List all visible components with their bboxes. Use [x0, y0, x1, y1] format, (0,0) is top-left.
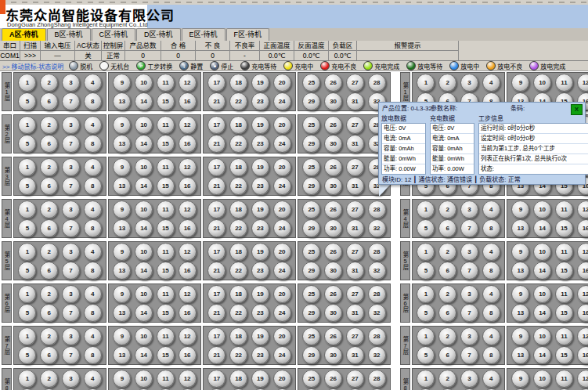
cell-button[interactable]: 18: [229, 200, 247, 218]
cell-button[interactable]: 25: [302, 243, 320, 261]
cell-button[interactable]: 8: [84, 135, 102, 153]
cell-button[interactable]: 26: [324, 158, 342, 176]
cell-button[interactable]: 1: [417, 285, 435, 303]
cell-button[interactable]: 9: [511, 74, 529, 92]
cell-button[interactable]: 4: [482, 243, 500, 261]
cell-button[interactable]: 3: [460, 285, 478, 303]
cell-button[interactable]: 16: [179, 92, 197, 110]
cell-button[interactable]: 14: [135, 92, 153, 110]
cell-button[interactable]: 23: [251, 177, 269, 195]
cell-button[interactable]: 17: [207, 116, 225, 134]
cell-button[interactable]: 10: [135, 74, 153, 92]
cell-button[interactable]: 9: [113, 285, 131, 303]
cell-button[interactable]: 2: [40, 285, 58, 303]
cell-button[interactable]: 14: [135, 177, 153, 195]
cell-button[interactable]: 21: [207, 304, 225, 322]
cell-button[interactable]: 10: [135, 370, 153, 388]
cell-button[interactable]: 32: [368, 219, 386, 237]
cell-button[interactable]: 16: [179, 177, 197, 195]
cell-button[interactable]: 20: [273, 370, 291, 388]
cell-button[interactable]: 17: [207, 158, 225, 176]
cell-button[interactable]: 26: [324, 116, 342, 134]
cell-button[interactable]: 15: [157, 92, 175, 110]
cell-button[interactable]: 4: [482, 370, 500, 388]
cell-button[interactable]: 2: [40, 74, 58, 92]
cell-button[interactable]: 31: [346, 92, 364, 110]
cell-button[interactable]: 16: [179, 346, 197, 364]
cell-button[interactable]: 24: [273, 92, 291, 110]
cell-button[interactable]: 6: [438, 262, 456, 280]
cell-button[interactable]: 25: [302, 200, 320, 218]
cell-button[interactable]: 5: [18, 135, 36, 153]
cell-button[interactable]: 23: [251, 219, 269, 237]
cell-button[interactable]: 27: [346, 158, 364, 176]
cell-button[interactable]: 31: [346, 304, 364, 322]
cell-button[interactable]: 30: [324, 304, 342, 322]
cell-button[interactable]: 30: [324, 177, 342, 195]
cell-button[interactable]: 4: [482, 200, 500, 218]
cell-button[interactable]: 31: [346, 219, 364, 237]
cell-button[interactable]: 13: [113, 262, 131, 280]
cell-button[interactable]: 1: [18, 200, 36, 218]
cell-button[interactable]: 11: [157, 158, 175, 176]
cell-button[interactable]: 26: [324, 327, 342, 345]
cell-button[interactable]: 20: [273, 158, 291, 176]
cell-button[interactable]: 6: [438, 346, 456, 364]
cell-button[interactable]: 10: [533, 370, 551, 388]
cell-button[interactable]: 11: [555, 285, 573, 303]
cell-button[interactable]: 5: [18, 262, 36, 280]
cell-button[interactable]: 13: [113, 92, 131, 110]
cell-button[interactable]: 16: [577, 219, 588, 237]
cell-button[interactable]: 29: [302, 304, 320, 322]
cell-button[interactable]: 17: [207, 243, 225, 261]
cell-button[interactable]: 18: [229, 370, 247, 388]
cell-button[interactable]: 1: [18, 74, 36, 92]
cell-button[interactable]: 29: [302, 92, 320, 110]
cell-button[interactable]: 24: [273, 219, 291, 237]
cell-button[interactable]: 4: [84, 327, 102, 345]
cell-button[interactable]: 8: [482, 346, 500, 364]
cell-button[interactable]: 6: [40, 346, 58, 364]
cell-button[interactable]: 32: [368, 346, 386, 364]
cell-button[interactable]: 2: [40, 116, 58, 134]
cell-button[interactable]: 5: [417, 262, 435, 280]
cell-button[interactable]: 11: [157, 243, 175, 261]
cell-button[interactable]: 23: [251, 92, 269, 110]
cell-button[interactable]: 15: [157, 262, 175, 280]
cell-button[interactable]: 29: [302, 219, 320, 237]
cell-button[interactable]: 12: [179, 74, 197, 92]
cell-button[interactable]: 30: [324, 135, 342, 153]
cell-button[interactable]: 30: [324, 262, 342, 280]
cell-button[interactable]: 24: [273, 262, 291, 280]
cell-button[interactable]: 17: [207, 370, 225, 388]
cell-button[interactable]: 4: [84, 116, 102, 134]
cell-button[interactable]: 16: [179, 304, 197, 322]
cell-button[interactable]: 26: [324, 200, 342, 218]
zone-tab-e[interactable]: E区-待机: [182, 28, 225, 41]
cell-button[interactable]: 1: [18, 243, 36, 261]
cell-button[interactable]: 25: [302, 158, 320, 176]
cell-button[interactable]: 13: [511, 304, 529, 322]
cell-button[interactable]: 9: [113, 158, 131, 176]
cell-button[interactable]: 9: [113, 200, 131, 218]
cell-button[interactable]: 19: [251, 116, 269, 134]
cell-button[interactable]: 24: [273, 304, 291, 322]
cell-button[interactable]: 11: [555, 200, 573, 218]
cell-button[interactable]: 14: [533, 219, 551, 237]
cell-button[interactable]: 7: [62, 304, 80, 322]
cell-button[interactable]: 28: [368, 370, 386, 388]
cell-button[interactable]: 1: [18, 285, 36, 303]
cell-button[interactable]: 31: [346, 135, 364, 153]
cell-button[interactable]: 3: [62, 370, 80, 388]
cell-button[interactable]: 11: [157, 327, 175, 345]
cell-button[interactable]: 12: [577, 370, 588, 388]
cell-button[interactable]: 28: [368, 285, 386, 303]
cell-button[interactable]: 18: [229, 327, 247, 345]
cell-button[interactable]: 3: [460, 74, 478, 92]
cell-button[interactable]: 29: [302, 262, 320, 280]
cell-button[interactable]: 16: [179, 219, 197, 237]
cell-button[interactable]: 20: [273, 200, 291, 218]
cell-button[interactable]: 12: [577, 285, 588, 303]
cell-button[interactable]: 18: [229, 74, 247, 92]
cell-button[interactable]: 12: [179, 158, 197, 176]
